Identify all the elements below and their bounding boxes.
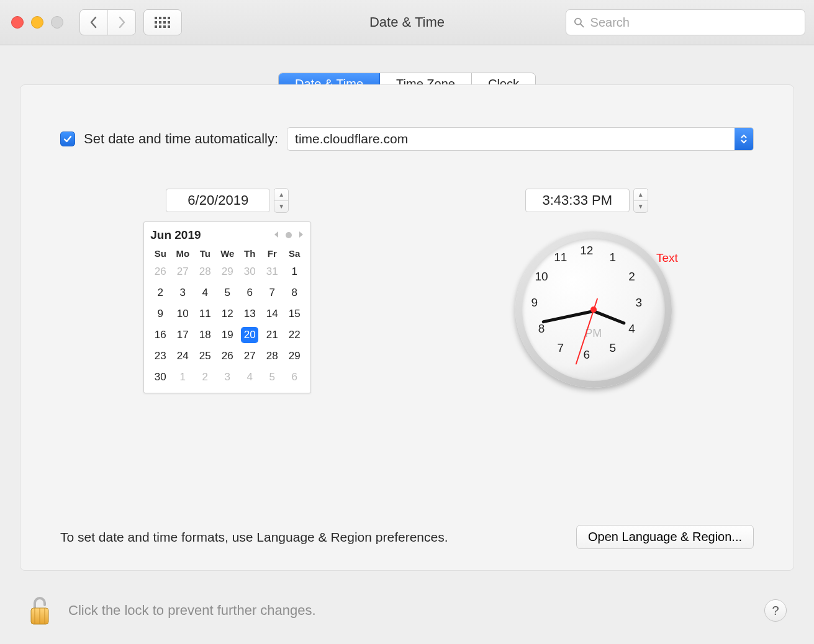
forward-button[interactable] [108,10,135,35]
clock-number: 8 [538,322,545,336]
calendar-day[interactable]: 24 [171,346,194,367]
chevron-left-icon [89,16,98,29]
search-input[interactable] [589,15,797,30]
clock-number: 2 [628,270,635,284]
auto-checkbox-label: Set date and time automatically: [84,131,278,147]
calendar-day[interactable]: 26 [149,261,171,282]
calendar-day[interactable]: 6 [238,282,261,303]
calendar-day[interactable]: 16 [149,324,171,346]
calendar-day[interactable]: 5 [216,282,238,303]
show-all-prefs-button[interactable] [143,9,182,35]
calendar-day[interactable]: 15 [283,303,305,324]
time-field[interactable]: 3:43:33 PM [525,189,630,212]
lock-icon[interactable] [27,594,52,627]
calendar-day[interactable]: 29 [283,346,305,367]
chevron-right-icon [117,16,126,29]
calendar-day[interactable]: 3 [216,367,238,388]
calendar-weekday: Su [149,246,171,261]
svg-rect-9 [159,25,161,28]
calendar-day[interactable]: 19 [216,324,238,346]
calendar-day[interactable]: 4 [194,282,216,303]
clock-number: 9 [531,296,538,310]
calendar-day[interactable]: 21 [261,324,283,346]
clock-hour-hand [593,310,626,325]
calendar-day[interactable]: 28 [261,346,283,367]
calendar-day[interactable]: 2 [194,367,216,388]
cal-next-month[interactable] [298,230,304,241]
stepper-down-icon[interactable]: ▼ [634,201,648,213]
calendar-day[interactable]: 11 [194,303,216,324]
calendar-day[interactable]: 22 [283,324,305,346]
help-button[interactable]: ? [764,599,787,622]
calendar-day[interactable]: 29 [216,261,238,282]
calendar-day[interactable]: 1 [283,261,305,282]
calendar-day[interactable]: 23 [149,346,171,367]
calendar-day[interactable]: 5 [261,367,283,388]
stepper-down-icon[interactable]: ▼ [274,201,288,213]
svg-rect-11 [168,25,170,28]
clock-number: 7 [557,341,564,355]
clock-number: 10 [535,270,548,284]
calendar-day[interactable]: 8 [283,282,305,303]
calendar-day[interactable]: 27 [238,346,261,367]
check-icon [63,134,73,144]
calendar-day[interactable]: 28 [194,261,216,282]
calendar-day[interactable]: 25 [194,346,216,367]
stepper-up-icon[interactable]: ▲ [634,189,648,201]
calendar[interactable]: Jun 2019 SuMoTuWeThFrSa 2627282930311234… [143,221,311,393]
calendar-day[interactable]: 2 [149,282,171,303]
calendar-grid: SuMoTuWeThFrSa 2627282930311234567891011… [149,246,305,388]
calendar-day[interactable]: 10 [171,303,194,324]
calendar-day[interactable]: 12 [216,303,238,324]
calendar-day[interactable]: 17 [171,324,194,346]
clock-number: 6 [583,348,590,362]
time-server-combo[interactable]: time.cloudflare.com [287,127,754,151]
clock-number: 3 [635,296,642,310]
calendar-day[interactable]: 14 [261,303,283,324]
cal-prev-month[interactable] [273,230,279,241]
clock-number: 4 [628,322,635,336]
back-button[interactable] [80,10,108,35]
calendar-day[interactable]: 27 [171,261,194,282]
calendar-day[interactable]: 9 [149,303,171,324]
cal-today-dot[interactable] [286,232,292,238]
clock-number: 5 [609,341,616,355]
svg-rect-7 [168,21,170,24]
svg-rect-5 [159,21,161,24]
stepper-up-icon[interactable]: ▲ [274,189,288,201]
svg-line-13 [581,24,584,27]
open-language-region-button[interactable]: Open Language & Region... [576,525,754,549]
calendar-day[interactable]: 18 [194,324,216,346]
clock-center-pin [590,306,597,313]
search-field[interactable] [566,9,805,35]
auto-checkbox[interactable] [60,132,75,146]
window-titlebar: Date & Time [0,0,814,45]
triangle-right-icon [298,231,304,238]
date-stepper[interactable]: ▲ ▼ [274,188,289,213]
zoom-window-button[interactable] [51,16,63,29]
calendar-day[interactable]: 1 [171,367,194,388]
close-window-button[interactable] [11,16,24,29]
calendar-day[interactable]: 3 [171,282,194,303]
clock-minute-hand [541,310,594,324]
time-server-value: time.cloudflare.com [287,132,735,146]
calendar-day[interactable]: 4 [238,367,261,388]
calendar-day[interactable]: 20 [238,324,261,346]
combo-arrow[interactable] [735,128,753,150]
minimize-window-button[interactable] [31,16,43,29]
calendar-day[interactable]: 30 [238,261,261,282]
grid-icon [155,17,171,28]
calendar-day[interactable]: 6 [283,367,305,388]
calendar-day[interactable]: 26 [216,346,238,367]
date-field[interactable]: 6/20/2019 [166,189,270,212]
svg-rect-4 [155,21,157,24]
analog-clock[interactable]: PM 121234567891011 Text [515,231,658,374]
svg-rect-1 [159,17,161,19]
calendar-day[interactable]: 30 [149,367,171,388]
search-icon [574,17,584,28]
time-stepper[interactable]: ▲ ▼ [633,188,648,213]
calendar-day[interactable]: 31 [261,261,283,282]
calendar-day[interactable]: 13 [238,303,261,324]
svg-rect-3 [168,17,170,19]
calendar-day[interactable]: 7 [261,282,283,303]
